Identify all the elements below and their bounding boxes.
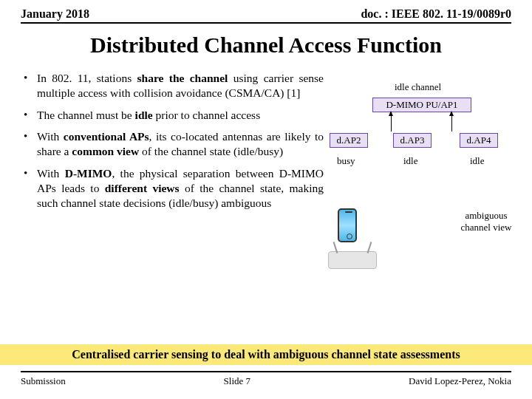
ap4-box: d.AP4 (460, 133, 498, 148)
text: With (37, 167, 65, 180)
bold-text: conventional APs (64, 130, 149, 143)
highlight-banner: Centralised carrier sensing to deal with… (0, 344, 532, 365)
text: prior to channel access (153, 109, 260, 121)
text: In 802. 11, stations (37, 72, 137, 84)
ap3-box: d.AP3 (393, 133, 432, 148)
slide-title: Distributed Channel Access Function (0, 33, 532, 58)
slide-header: January 2018 doc. : IEEE 802. 11-19/0089… (0, 0, 532, 22)
text: The channel must be (37, 109, 135, 121)
bullet-list: In 802. 11, stations share the channel u… (21, 71, 324, 211)
bullet-4: With D-MIMO, the physical separation bet… (21, 166, 324, 210)
state-idle: idle (470, 155, 485, 167)
bold-text: share the channel (137, 72, 228, 84)
state-idle: idle (403, 155, 418, 167)
text: of the channel state (idle/busy) (139, 145, 283, 157)
header-date: January 2018 (21, 7, 89, 21)
dmimo-box: D-MIMO PU/AP1 (372, 98, 471, 112)
bold-text: D-MIMO (65, 167, 112, 180)
text: With (37, 130, 64, 143)
idle-channel-label: idle channel (395, 81, 441, 93)
header-rule (21, 22, 511, 24)
ap2-box: d.AP2 (330, 133, 368, 148)
arrow-stem (451, 115, 452, 132)
arrow-stem (391, 115, 392, 132)
footer-author: David Lopez-Perez, Nokia (409, 375, 511, 387)
header-doc: doc. : IEEE 802. 11-19/0089r0 (361, 7, 511, 21)
bullet-column: In 802. 11, stations share the channel u… (21, 71, 324, 218)
state-busy: busy (337, 155, 355, 167)
bullet-1: In 802. 11, stations share the channel u… (21, 71, 324, 100)
footer-left: Submission (21, 375, 66, 387)
footer-rule (21, 371, 511, 372)
diagram: idle channel D-MIMO PU/AP1 d.AP2 d.AP3 d… (334, 71, 511, 218)
footer-row: Submission Slide 7 David Lopez-Perez, No… (21, 375, 511, 387)
bullet-2: The channel must be idle prior to channe… (21, 108, 324, 123)
bold-text: different views (105, 182, 180, 194)
content-area: In 802. 11, stations share the channel u… (0, 71, 532, 218)
router-icon (328, 251, 377, 269)
footer-slide-number: Slide 7 (66, 375, 409, 387)
slide-footer: Submission Slide 7 David Lopez-Perez, No… (0, 371, 532, 399)
ambiguous-label: ambiguous channel view (457, 210, 516, 233)
bold-text: idle (135, 109, 153, 121)
bold-text: common view (72, 145, 139, 157)
phone-icon (338, 208, 357, 242)
bullet-3: With conventional APs, its co-located an… (21, 129, 324, 159)
